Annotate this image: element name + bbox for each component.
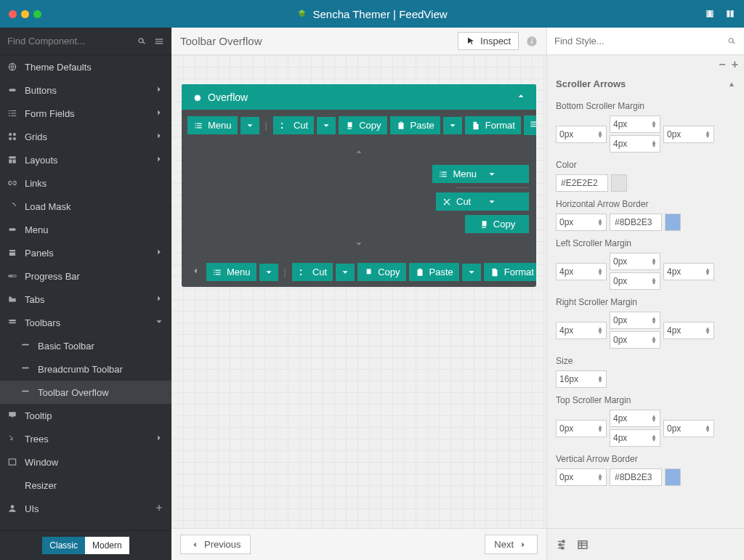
cut-button-h[interactable]: Cut bbox=[292, 263, 333, 281]
previous-button[interactable]: Previous bbox=[180, 535, 251, 554]
section-scroller-arrows[interactable]: Scroller Arrows ▲ bbox=[556, 74, 735, 94]
size-field[interactable]: 16px▲▼ bbox=[556, 370, 607, 388]
style-search-input[interactable] bbox=[554, 36, 727, 46]
right-margin-top-field[interactable]: 0px▲▼ bbox=[610, 312, 660, 329]
menu-button-v-arrow[interactable] bbox=[482, 165, 529, 183]
sidebar-item-layouts[interactable]: Layouts bbox=[0, 148, 171, 171]
film-icon[interactable] bbox=[705, 9, 715, 19]
bottom-margin-left-field[interactable]: 0px▲▼ bbox=[556, 126, 607, 143]
sidebar-item-breadcrumb-toolbar[interactable]: Breadcrumb Toolbar bbox=[0, 357, 171, 381]
maximize-window[interactable] bbox=[33, 10, 41, 18]
sidebar-item-toolbars[interactable]: Toolbars bbox=[0, 311, 171, 334]
overflow-menu-trigger[interactable] bbox=[524, 115, 536, 135]
top-margin-bottom-field[interactable]: 4px▲▼ bbox=[610, 429, 660, 447]
plus-icon[interactable] bbox=[154, 503, 164, 513]
paste-button[interactable]: Paste bbox=[390, 116, 440, 134]
bottom-margin-bottom-field[interactable]: 4px▲▼ bbox=[610, 135, 660, 153]
top-margin-top-field[interactable]: 4px▲▼ bbox=[610, 410, 660, 427]
bottom-margin-top-field[interactable]: 4px▲▼ bbox=[610, 115, 660, 133]
search-icon[interactable] bbox=[727, 36, 737, 46]
sliders-icon[interactable] bbox=[556, 538, 569, 551]
format-button-h[interactable]: Format bbox=[484, 263, 536, 281]
menu-button-h[interactable]: Menu bbox=[206, 263, 256, 281]
label-size: Size bbox=[556, 356, 735, 366]
top-margin-right-field[interactable]: 0px▲▼ bbox=[663, 420, 714, 437]
menu-button-arrow[interactable] bbox=[240, 117, 259, 134]
cut-button-v-arrow[interactable] bbox=[482, 192, 529, 211]
menu-button-h-arrow[interactable] bbox=[259, 264, 278, 281]
sidebar-item-resizer[interactable]: Resizer bbox=[0, 474, 171, 497]
inspect-button[interactable]: Inspect bbox=[458, 32, 519, 50]
sidebar-item-panels[interactable]: Panels bbox=[0, 241, 171, 264]
copy-button-h[interactable]: Copy bbox=[357, 263, 405, 281]
cut-button-arrow[interactable] bbox=[317, 117, 336, 134]
sidebar-item-toolbar-overflow[interactable]: Toolbar Overflow bbox=[0, 381, 171, 404]
list-icon bbox=[212, 267, 222, 277]
color-value-field[interactable]: #E2E2E2 bbox=[556, 174, 608, 192]
collapse-all-button[interactable]: − bbox=[719, 58, 725, 71]
right-margin-bottom-field[interactable]: 0px▲▼ bbox=[610, 331, 660, 349]
sidebar-item-theme-defaults[interactable]: Theme Defaults bbox=[0, 55, 171, 78]
sidebar-item-uis[interactable]: UIs bbox=[0, 497, 171, 520]
chevron-up-icon bbox=[354, 147, 364, 157]
copy-icon bbox=[363, 267, 373, 277]
book-icon[interactable] bbox=[725, 9, 735, 19]
paste-button-h-arrow[interactable] bbox=[462, 264, 481, 281]
hab-color-field[interactable]: #8DB2E3 bbox=[610, 214, 662, 231]
hab-width-field[interactable]: 0px▲▼ bbox=[556, 214, 607, 231]
resize-icon bbox=[7, 480, 17, 490]
copy-button-v[interactable]: Copy bbox=[465, 215, 529, 233]
bottom-margin-right-field[interactable]: 0px▲▼ bbox=[663, 126, 714, 143]
paste-button-h[interactable]: Paste bbox=[409, 263, 459, 281]
cut-button-v[interactable]: Cut bbox=[436, 192, 482, 211]
menu-button[interactable]: Menu bbox=[187, 116, 238, 134]
left-margin-bottom-field[interactable]: 0px▲▼ bbox=[610, 272, 660, 290]
cut-button-h-arrow[interactable] bbox=[336, 264, 355, 281]
sidebar-item-tabs[interactable]: Tabs bbox=[0, 288, 171, 311]
copy-button[interactable]: Copy bbox=[339, 116, 387, 134]
sidebar-item-load-mask[interactable]: Load Mask bbox=[0, 195, 171, 218]
cut-button[interactable]: Cut bbox=[273, 116, 314, 134]
left-margin-right-field[interactable]: 4px▲▼ bbox=[663, 263, 714, 280]
sidebar-item-buttons[interactable]: Buttons bbox=[0, 78, 171, 102]
sidebar-item-form-fields[interactable]: Form Fields bbox=[0, 102, 171, 125]
vab-width-field[interactable]: 0px▲▼ bbox=[556, 468, 607, 486]
next-button[interactable]: Next bbox=[485, 535, 538, 554]
sidebar-item-tooltip[interactable]: Tooltip bbox=[0, 404, 171, 427]
hab-swatch[interactable] bbox=[665, 214, 681, 231]
sidebar-item-window[interactable]: Window bbox=[0, 450, 171, 474]
component-search-input[interactable] bbox=[7, 36, 132, 46]
scroll-up-arrow[interactable] bbox=[189, 145, 529, 161]
collapse-icon[interactable] bbox=[516, 91, 526, 101]
toolkit-classic-button[interactable]: Classic bbox=[42, 537, 85, 554]
sidebar-item-progress-bar[interactable]: Progress Bar bbox=[0, 264, 171, 288]
right-margin-right-field[interactable]: 4px▲▼ bbox=[663, 322, 714, 339]
sidebar-item-links[interactable]: Links bbox=[0, 171, 171, 195]
workarea-footer: Previous Next bbox=[171, 528, 546, 560]
left-margin-left-field[interactable]: 4px▲▼ bbox=[556, 263, 607, 280]
sidebar-item-trees[interactable]: Trees bbox=[0, 427, 171, 450]
format-button[interactable]: Format bbox=[465, 116, 521, 134]
right-margin-left-field[interactable]: 4px▲▼ bbox=[556, 322, 607, 339]
menu-button-v[interactable]: Menu bbox=[432, 165, 482, 183]
color-swatch[interactable] bbox=[611, 174, 627, 192]
close-window[interactable] bbox=[9, 10, 17, 18]
menu-icon[interactable] bbox=[154, 36, 164, 46]
left-margin-top-field[interactable]: 0px▲▼ bbox=[610, 253, 660, 270]
paste-button-arrow[interactable] bbox=[443, 117, 462, 134]
sidebar-item-grids[interactable]: Grids bbox=[0, 125, 171, 148]
vab-color-field[interactable]: #8DB2E3 bbox=[610, 468, 662, 486]
scroll-left-arrow[interactable] bbox=[187, 266, 203, 278]
minimize-window[interactable] bbox=[21, 10, 29, 18]
search-icon[interactable] bbox=[137, 36, 147, 46]
info-icon[interactable] bbox=[526, 36, 538, 47]
toolkit-modern-button[interactable]: Modern bbox=[85, 537, 129, 554]
sidebar-item-basic-toolbar[interactable]: Basic Toolbar bbox=[0, 334, 171, 357]
top-margin-left-field[interactable]: 0px▲▼ bbox=[556, 420, 607, 437]
sidebar-item-menu[interactable]: Menu bbox=[0, 218, 171, 241]
vab-swatch[interactable] bbox=[665, 468, 681, 486]
table-icon[interactable] bbox=[576, 538, 589, 551]
expand-all-button[interactable]: + bbox=[732, 58, 738, 71]
spinner-icon bbox=[7, 201, 17, 211]
scroll-down-arrow[interactable] bbox=[189, 238, 529, 253]
